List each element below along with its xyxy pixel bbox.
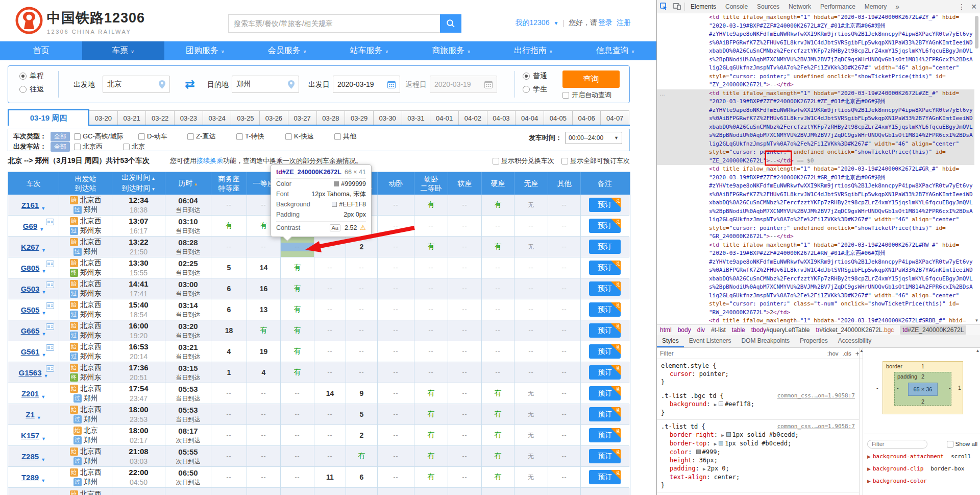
breadcrumb-item[interactable]: tr#ticket_240000K2672L.bgc	[816, 326, 894, 334]
seat-cell[interactable]: --	[346, 320, 378, 341]
register-link[interactable]: 注册	[617, 18, 631, 28]
train-code-link[interactable]: K157	[21, 431, 39, 440]
code-line[interactable]: "GR_240000K2672L">--</td>	[657, 232, 974, 241]
seat-cell[interactable]: --	[378, 362, 414, 383]
seat-cell[interactable]: --	[346, 341, 378, 362]
date-tab-03-23[interactable]: 03-23	[175, 110, 203, 126]
sort-icon[interactable]: ▲	[152, 176, 156, 181]
seat-cell[interactable]: --	[548, 257, 581, 278]
code-line[interactable]: lig2GLqGUkfnzJmspNTv%0A7o%2Fe%2Fi1ZVKk%3…	[657, 216, 974, 224]
seat-cell[interactable]: 14	[247, 257, 281, 278]
code-line[interactable]: #zYHVte9ape8oNKFdfmEuNWRkwfwXXI9KRm9jrti…	[657, 106, 974, 115]
seat-cell[interactable]: --	[247, 446, 281, 467]
expand-caret-icon[interactable]: ▼	[41, 332, 46, 337]
seat-cell[interactable]: --	[247, 467, 281, 488]
book-button[interactable]: 预订兑	[589, 407, 621, 421]
seat-cell[interactable]: 有	[482, 446, 514, 467]
column-header[interactable]: 动卧	[378, 172, 414, 195]
seat-cell[interactable]: --	[448, 425, 482, 446]
breadcrumb-item[interactable]: body	[678, 326, 691, 334]
seat-cell[interactable]: 无	[514, 446, 548, 467]
seat-cell[interactable]: --	[378, 257, 414, 278]
seat-cell[interactable]: 有	[281, 257, 314, 278]
train-code-link[interactable]: Z1	[26, 410, 35, 419]
element-node-GR[interactable]: <td title ifalow_maxlength="1" hbdata="2…	[657, 165, 974, 241]
scroll-up-icon[interactable]: ▲	[975, 348, 980, 354]
seat-cell[interactable]: --	[548, 446, 581, 467]
column-header[interactable]: 出发时间▲到达时间▼	[112, 172, 165, 195]
rule-source-link[interactable]: common_css.…on=1.9058:7	[777, 422, 855, 431]
seat-cell[interactable]: 6	[346, 467, 378, 488]
expand-caret-icon[interactable]: ▼	[41, 478, 45, 483]
seat-cell[interactable]: --	[414, 299, 448, 320]
train-code-link[interactable]: G805	[21, 264, 40, 272]
seat-cell[interactable]: 有	[211, 216, 247, 237]
show-all-checkbox[interactable]	[947, 441, 953, 447]
code-line[interactable]: <td title ifalow_maxlength="1" hbdata="2…	[657, 13, 974, 22]
seat-cell[interactable]: --	[514, 341, 548, 362]
seat-cell[interactable]: 5	[346, 404, 378, 425]
seat-cell[interactable]: --	[281, 425, 314, 446]
seat-cell[interactable]: --	[314, 237, 346, 257]
station-filter-北京[interactable]: 北京	[123, 142, 168, 151]
query-submit-button[interactable]: 查询	[562, 70, 620, 88]
code-line[interactable]: "2020-03-19#BXP#ZZF#240000K2672L#GR_#01#…	[657, 174, 974, 182]
seat-cell[interactable]: 有	[281, 299, 314, 320]
seat-cell[interactable]: --	[346, 257, 378, 278]
code-line[interactable]: xbabDQ%0A26CuSnCMNbz%2FercfzztYKFp7zRHBy…	[657, 199, 974, 207]
seat-cell[interactable]: 9	[346, 383, 378, 404]
date-tab-04-01[interactable]: 04-01	[430, 110, 459, 126]
styles-scrollbar[interactable]: ▲	[859, 348, 863, 495]
type-filter-Z-直达[interactable]: Z-直达	[187, 132, 232, 141]
seat-cell[interactable]: 无	[514, 467, 548, 488]
to-input[interactable]: 郑州	[232, 76, 299, 93]
element-node-RW[interactable]: <td title ifalow_maxlength="1" hbdata="2…	[657, 241, 974, 317]
seat-cell[interactable]: --	[346, 278, 378, 299]
seat-cell[interactable]: --	[548, 341, 581, 362]
expand-caret-icon[interactable]: ▼	[41, 436, 46, 441]
trip-radio-往返[interactable]: 往返	[19, 85, 44, 94]
seat-cell[interactable]: 6	[211, 278, 247, 299]
column-header[interactable]: 无座	[514, 172, 548, 195]
styles-tab-accessibility[interactable]: Accessibility	[833, 335, 876, 347]
seat-cell[interactable]: --	[548, 237, 581, 257]
devtools-menu-icon[interactable]: ⋮	[955, 3, 968, 11]
seat-cell[interactable]: 2	[346, 237, 378, 257]
expand-icon[interactable]: ▶	[867, 479, 871, 484]
seat-cell[interactable]: 有	[281, 362, 314, 383]
filter-checkbox[interactable]	[187, 133, 194, 140]
seat-cell[interactable]: 有	[281, 320, 314, 341]
filter-checkbox[interactable]	[334, 133, 341, 140]
seat-cell[interactable]: --	[346, 299, 378, 320]
seat-cell[interactable]: --	[482, 299, 514, 320]
nav-item-站车服务[interactable]: 站车服务∨	[328, 41, 410, 60]
seat-cell[interactable]: --	[414, 216, 448, 237]
code-line[interactable]: <td title ifalow_maxlength="1" hbdata="2…	[657, 241, 974, 250]
seat-cell[interactable]: --	[448, 299, 482, 320]
seat-cell[interactable]: 无	[514, 425, 548, 446]
devtools-tab-elements[interactable]: Elements	[686, 0, 721, 13]
seat-cell[interactable]: --	[448, 383, 482, 404]
seat-cell[interactable]: 6	[211, 299, 247, 320]
seat-cell[interactable]: 有	[414, 446, 448, 467]
column-header[interactable]: 出发站到达站	[59, 172, 112, 195]
code-line[interactable]: style="cursor: pointer;" undefined oncli…	[657, 73, 974, 81]
date-tab-03-24[interactable]: 03-24	[203, 110, 232, 126]
seat-cell[interactable]: --	[314, 362, 346, 383]
seat-cell[interactable]: --	[414, 320, 448, 341]
seat-cell[interactable]: 18	[211, 320, 247, 341]
seat-cell[interactable]: 14	[314, 383, 346, 404]
sort-icon[interactable]: ▼	[152, 187, 156, 192]
seat-cell[interactable]: --	[414, 341, 448, 362]
toggle-checkbox[interactable]	[493, 158, 499, 164]
train-code-link[interactable]: Z285	[21, 452, 39, 461]
seat-cell[interactable]: 有	[482, 237, 514, 257]
seat-cell[interactable]: --	[482, 320, 514, 341]
seat-cell[interactable]: --	[448, 341, 482, 362]
seat-cell[interactable]: --	[247, 237, 281, 257]
rule-source-link[interactable]: common_css.…on=1.9058:7	[777, 392, 855, 400]
nav-item-信息查询[interactable]: 信息查询∨	[574, 41, 656, 60]
column-header[interactable]: 商务座特等座	[211, 172, 247, 195]
train-code-link[interactable]: G503	[21, 285, 40, 293]
seat-cell[interactable]: 有	[482, 383, 514, 404]
